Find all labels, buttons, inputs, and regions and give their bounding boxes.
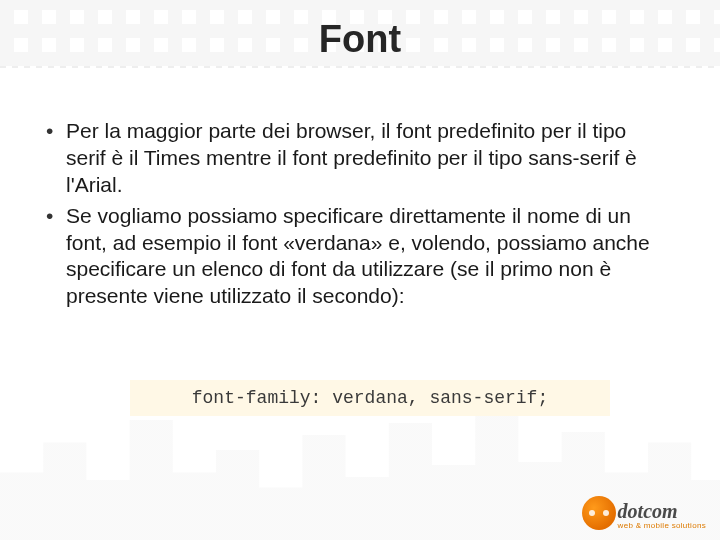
code-example: font-family: verdana, sans-serif; bbox=[130, 380, 610, 416]
bullet-list: Per la maggior parte dei browser, il fon… bbox=[44, 118, 660, 310]
code-text: font-family: verdana, sans-serif; bbox=[192, 388, 548, 408]
logo-icon bbox=[582, 496, 616, 530]
list-item: Per la maggior parte dei browser, il fon… bbox=[44, 118, 660, 199]
brand-logo: dotcom web & mobile solutions bbox=[582, 496, 706, 530]
body-content: Per la maggior parte dei browser, il fon… bbox=[44, 118, 660, 314]
page-title: Font bbox=[0, 18, 720, 61]
list-item: Se vogliamo possiamo specificare diretta… bbox=[44, 203, 660, 311]
logo-tagline: web & mobile solutions bbox=[618, 521, 706, 530]
logo-text: dotcom web & mobile solutions bbox=[618, 501, 706, 530]
logo-brand-name: dotcom bbox=[618, 501, 706, 521]
